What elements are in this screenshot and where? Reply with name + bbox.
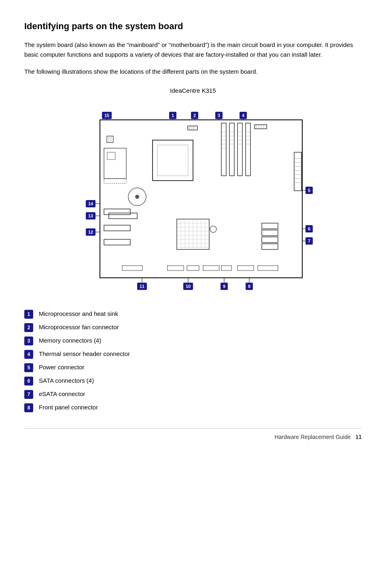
diagram-section: IdeaCentre K315 15 1 2 3 4 — [24, 86, 362, 298]
svg-rect-55 — [238, 123, 242, 176]
svg-rect-117 — [203, 266, 219, 271]
badge-num: 2 — [24, 323, 33, 332]
svg-text:3: 3 — [218, 113, 220, 118]
diagram-title: IdeaCentre K315 — [170, 86, 216, 96]
svg-text:5: 5 — [308, 188, 310, 193]
svg-rect-47 — [107, 152, 115, 160]
svg-rect-115 — [168, 266, 184, 271]
footer-text: Hardware Replacement Guide 11 — [274, 433, 362, 441]
svg-rect-120 — [258, 266, 278, 271]
badge-num: 7 — [24, 390, 33, 399]
parts-list: 1 Microprocessor and heat sink 2 Micropr… — [24, 309, 362, 412]
svg-text:14: 14 — [88, 201, 93, 206]
svg-text:10: 10 — [186, 284, 191, 289]
list-item: 1 Microprocessor and heat sink — [24, 309, 362, 319]
svg-text:7: 7 — [308, 239, 310, 243]
badge-num: 4 — [24, 350, 33, 359]
svg-text:15: 15 — [104, 113, 109, 118]
svg-text:9: 9 — [223, 284, 225, 289]
svg-rect-51 — [153, 140, 193, 181]
part-label: Front panel connector — [39, 403, 98, 412]
intro-paragraph-1: The system board (also known as the "mai… — [24, 40, 362, 60]
svg-rect-94 — [104, 239, 130, 245]
svg-rect-116 — [187, 266, 199, 271]
badge-num: 8 — [24, 403, 33, 412]
list-item: 2 Microprocessor fan connector — [24, 323, 362, 332]
intro-paragraph-2: The following illustrations show the loc… — [24, 67, 362, 77]
list-item: 4 Thermal sensor header connector — [24, 349, 362, 359]
svg-rect-92 — [104, 209, 130, 215]
svg-text:1: 1 — [172, 113, 174, 118]
svg-text:11: 11 — [140, 284, 144, 289]
svg-rect-114 — [122, 266, 142, 271]
part-label: Microprocessor and heat sink — [39, 309, 118, 319]
svg-rect-118 — [221, 266, 231, 271]
svg-rect-110 — [262, 223, 278, 229]
svg-rect-52 — [157, 145, 188, 176]
svg-rect-119 — [238, 266, 254, 271]
svg-rect-93 — [104, 225, 130, 231]
system-board-diagram: 15 1 2 3 4 14 13 — [64, 100, 322, 298]
svg-text:12: 12 — [88, 230, 93, 234]
list-item: 6 SATA connectors (4) — [24, 376, 362, 386]
svg-rect-56 — [246, 123, 250, 176]
list-item: 5 Power connector — [24, 363, 362, 372]
svg-text:8: 8 — [248, 284, 250, 289]
svg-rect-53 — [221, 123, 226, 176]
badge-num: 1 — [24, 310, 33, 319]
svg-rect-0 — [100, 120, 302, 278]
svg-rect-48 — [104, 179, 126, 183]
list-item: 7 eSATA connector — [24, 390, 362, 399]
svg-rect-74 — [294, 152, 301, 191]
svg-rect-125 — [109, 213, 137, 219]
part-label: SATA connectors (4) — [39, 376, 94, 386]
svg-rect-113 — [262, 244, 278, 249]
svg-point-126 — [210, 226, 216, 232]
svg-text:6: 6 — [308, 226, 310, 231]
footer: Hardware Replacement Guide 11 — [24, 428, 362, 441]
svg-rect-87 — [255, 125, 267, 129]
badge-num: 3 — [24, 337, 33, 345]
svg-rect-54 — [229, 123, 234, 176]
svg-text:4: 4 — [242, 113, 245, 118]
page-title: Identifying parts on the system board — [24, 19, 362, 33]
list-item: 3 Memory connectors (4) — [24, 336, 362, 345]
svg-text:2: 2 — [193, 113, 196, 118]
part-label: Microprocessor fan connector — [39, 323, 119, 332]
svg-point-50 — [135, 195, 139, 199]
list-item: 8 Front panel connector — [24, 403, 362, 412]
part-label: Thermal sensor header connector — [39, 349, 130, 359]
badge-num: 6 — [24, 377, 33, 386]
part-label: Memory connectors (4) — [39, 336, 101, 345]
part-label: Power connector — [39, 363, 85, 372]
part-label: eSATA connector — [39, 390, 85, 399]
svg-rect-111 — [262, 230, 278, 236]
svg-rect-112 — [262, 237, 278, 243]
svg-text:13: 13 — [88, 213, 93, 218]
badge-num: 5 — [24, 363, 33, 372]
